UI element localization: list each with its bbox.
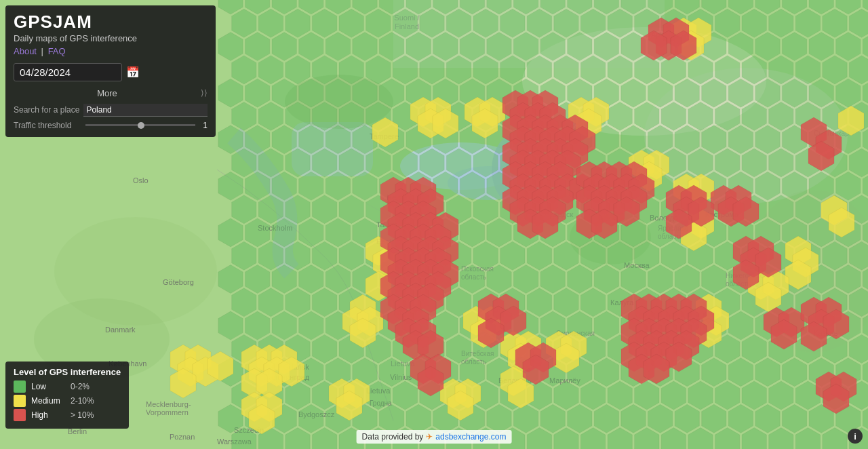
svg-text:Сыктывкар: Сыктывкар bbox=[814, 130, 849, 137]
legend-item-low: Low 0-2% bbox=[14, 380, 121, 393]
attribution-link[interactable]: adsbexchange.com bbox=[435, 432, 506, 442]
svg-text:область: область bbox=[726, 280, 751, 288]
svg-text:Смоленская: Смоленская bbox=[556, 330, 595, 337]
svg-text:Марилёу: Марилёу bbox=[549, 376, 580, 385]
threshold-slider[interactable] bbox=[85, 124, 195, 126]
legend-label-high: High bbox=[31, 410, 65, 420]
svg-text:Москва: Москва bbox=[624, 261, 650, 269]
svg-text:Vorpommern: Vorpommern bbox=[146, 408, 189, 416]
svg-point-11 bbox=[285, 75, 393, 129]
svg-text:Göteborg: Göteborg bbox=[163, 278, 194, 286]
search-input[interactable] bbox=[83, 104, 208, 117]
legend-color-high bbox=[14, 409, 26, 421]
date-row: 📅 bbox=[14, 63, 208, 81]
svg-text:Finland: Finland bbox=[395, 22, 419, 31]
search-label: Search for a place bbox=[14, 105, 79, 115]
svg-text:Вологда: Вологда bbox=[650, 214, 679, 222]
legend-range-high: > 10% bbox=[71, 410, 94, 420]
svg-text:Калининград: Калининград bbox=[264, 373, 310, 381]
legend-item-medium: Medium 2-10% bbox=[14, 395, 121, 407]
svg-text:Петрозаводск: Петрозаводск bbox=[526, 210, 573, 218]
svg-text:Ярославская: Ярославская bbox=[658, 224, 699, 232]
svg-text:Архангельск: Архангельск bbox=[651, 31, 694, 39]
svg-text:Danmark: Danmark bbox=[105, 326, 136, 334]
svg-text:Bydgoszcz: Bydgoszcz bbox=[298, 410, 335, 418]
legend-range-medium: 2-10% bbox=[71, 396, 94, 406]
threshold-value: 1 bbox=[199, 121, 208, 130]
svg-text:Витебская: Витебская bbox=[461, 350, 494, 357]
legend-title: Level of GPS interference bbox=[14, 367, 121, 377]
expand-icon: ⟩⟩ bbox=[201, 88, 208, 98]
svg-text:Lietuva: Lietuva bbox=[391, 359, 415, 368]
svg-text:Казань: Казань bbox=[814, 329, 838, 337]
svg-text:Szczecin: Szczecin bbox=[234, 426, 264, 434]
svg-text:Нижегородская: Нижегородская bbox=[726, 272, 774, 279]
svg-text:Warszawa: Warszawa bbox=[217, 437, 252, 446]
svg-text:Helsinki: Helsinki bbox=[387, 193, 413, 201]
svg-text:Gdańsk: Gdańsk bbox=[283, 363, 309, 371]
svg-text:область: область bbox=[658, 233, 683, 240]
legend-color-low bbox=[14, 380, 26, 393]
svg-text:область: область bbox=[461, 273, 486, 281]
more-label: More bbox=[14, 88, 201, 98]
svg-text:Poznan: Poznan bbox=[170, 433, 195, 441]
svg-text:Калуга: Калуга bbox=[610, 298, 634, 307]
more-row[interactable]: More ⟩⟩ bbox=[14, 87, 208, 100]
calendar-icon[interactable]: 📅 bbox=[126, 66, 140, 79]
nav-links: About | FAQ bbox=[14, 46, 208, 56]
date-input[interactable] bbox=[14, 63, 122, 81]
control-panel: GPSJAM Daily maps of GPS interference Ab… bbox=[5, 5, 216, 137]
threshold-row: Traffic threshold 1 bbox=[14, 121, 208, 130]
legend: Level of GPS interference Low 0-2% Mediu… bbox=[5, 362, 129, 429]
svg-text:Кострома: Кострома bbox=[705, 210, 739, 218]
threshold-label: Traffic threshold bbox=[14, 121, 81, 130]
legend-label-low: Low bbox=[31, 382, 65, 391]
legend-range-low: 0-2% bbox=[71, 382, 90, 391]
nav-separator: | bbox=[41, 46, 43, 56]
svg-text:Lietuva: Lietuva bbox=[366, 387, 391, 395]
svg-text:Eesti: Eesti bbox=[376, 237, 393, 246]
svg-text:область: область bbox=[461, 358, 486, 366]
svg-text:Vilnius: Vilnius bbox=[390, 373, 412, 381]
info-button[interactable]: i bbox=[848, 429, 863, 444]
attribution-text: Data provided by bbox=[362, 432, 424, 442]
svg-text:Tampere: Tampere bbox=[370, 132, 399, 140]
info-icon: i bbox=[854, 431, 856, 442]
svg-point-3 bbox=[492, 132, 546, 207]
app-subtitle: Daily maps of GPS interference bbox=[14, 33, 208, 43]
legend-label-medium: Medium bbox=[31, 396, 65, 406]
svg-point-12 bbox=[570, 210, 651, 265]
faq-link[interactable]: FAQ bbox=[48, 46, 66, 56]
svg-text:Stockholm: Stockholm bbox=[258, 224, 292, 232]
legend-item-high: High > 10% bbox=[14, 409, 121, 421]
svg-text:Псковская: Псковская bbox=[461, 265, 494, 273]
search-row: Search for a place bbox=[14, 104, 208, 117]
svg-text:Latviija: Latviija bbox=[393, 309, 417, 317]
svg-text:Suomi /: Suomi / bbox=[394, 14, 420, 22]
attribution: Data provided by ✈ adsbexchange.com bbox=[357, 430, 512, 444]
svg-text:Беларусь: Беларусь bbox=[498, 376, 531, 385]
about-link[interactable]: About bbox=[14, 46, 37, 56]
svg-text:Oslo: Oslo bbox=[133, 176, 149, 184]
svg-text:Mecklenburg-: Mecklenburg- bbox=[146, 400, 191, 408]
svg-text:Гродна: Гродна bbox=[370, 399, 392, 407]
svg-text:Tallinn: Tallinn bbox=[376, 220, 397, 229]
legend-color-medium bbox=[14, 395, 26, 407]
app-title: GPSJAM bbox=[14, 12, 208, 32]
svg-rect-7 bbox=[393, 0, 665, 68]
svg-rect-4 bbox=[292, 122, 373, 176]
attribution-logo: ✈ bbox=[426, 432, 433, 442]
